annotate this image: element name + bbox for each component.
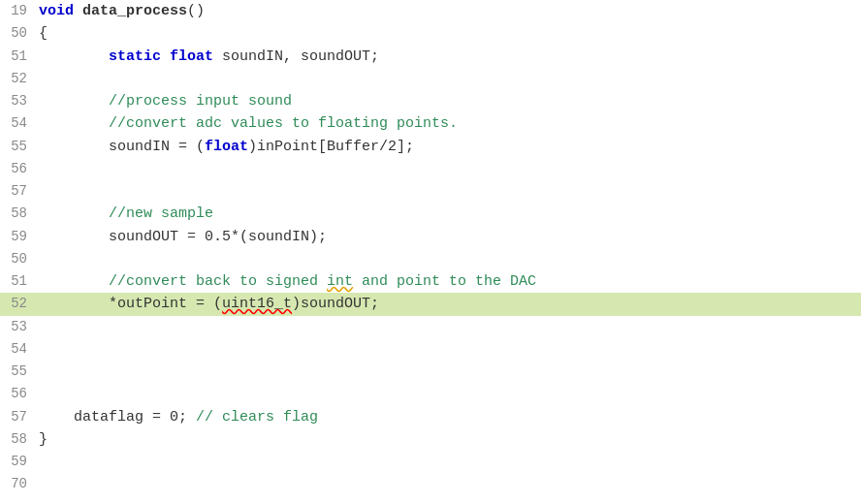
table-row: 58 //new sample — [0, 203, 861, 225]
code-token: uint16_t — [222, 296, 292, 312]
code-token: data_process — [82, 3, 187, 19]
table-row: 57 — [0, 180, 861, 203]
line-number: 55 — [0, 137, 35, 158]
code-token: )inPoint[Buffer/2]; — [248, 139, 414, 155]
line-number: 50 — [0, 23, 35, 45]
line-number: 56 — [0, 384, 35, 405]
table-row: 57 dataflag = 0; // clears flag — [0, 406, 861, 428]
code-token: //convert adc values to floating points. — [39, 115, 458, 132]
line-number: 19 — [0, 1, 35, 22]
table-row: 52 — [0, 68, 861, 90]
line-number: 52 — [0, 294, 35, 315]
table-row: 50 — [0, 248, 861, 270]
line-number: 59 — [0, 452, 35, 473]
table-row: 56 — [0, 158, 861, 180]
line-content: //convert adc values to floating points. — [35, 112, 861, 135]
line-content — [35, 361, 861, 383]
code-token: *outPoint = ( — [39, 296, 222, 312]
line-number: 57 — [0, 181, 35, 203]
code-token: )soundOUT; — [292, 296, 379, 312]
code-token: //process input sound — [39, 93, 292, 110]
line-content — [35, 338, 861, 361]
line-content — [35, 451, 861, 473]
line-number: 52 — [0, 69, 35, 90]
line-number: 53 — [0, 91, 35, 112]
table-row: 55 soundIN = (float)inPoint[Buffer/2]; — [0, 136, 861, 158]
line-content: void data_process() — [35, 0, 861, 22]
table-row: 54 — [0, 338, 861, 361]
code-editor: 19void data_process()50{51 static float … — [0, 0, 861, 504]
line-content — [35, 248, 861, 270]
table-row: 51 static float soundIN, soundOUT; — [0, 46, 861, 68]
line-content: dataflag = 0; // clears flag — [35, 406, 861, 428]
table-row: 58} — [0, 428, 861, 451]
code-token: int — [327, 273, 353, 290]
line-content: //process input sound — [35, 90, 861, 112]
code-token: } — [39, 431, 48, 448]
code-token: dataflag = 0; — [39, 409, 196, 425]
table-row: 52 *outPoint = (uint16_t)soundOUT; — [0, 293, 861, 315]
line-number: 55 — [0, 362, 35, 383]
line-content: soundOUT = 0.5*(soundIN); — [35, 226, 861, 248]
table-row: 55 — [0, 361, 861, 383]
code-token: // clears flag — [196, 409, 318, 425]
line-content — [35, 473, 861, 495]
line-content: //convert back to signed int and point t… — [35, 270, 861, 293]
line-number: 51 — [0, 271, 35, 293]
code-token: { — [39, 25, 48, 42]
table-row: 53 — [0, 316, 861, 338]
line-number: 58 — [0, 204, 35, 225]
code-token: soundOUT = 0.5*(soundIN); — [39, 229, 327, 245]
code-token: //new sample — [39, 205, 213, 222]
code-token: float — [170, 48, 222, 65]
line-content — [35, 180, 861, 203]
line-content: } — [35, 428, 861, 451]
line-number: 70 — [0, 474, 35, 495]
code-token: and point to the DAC — [353, 273, 536, 290]
line-content: { — [35, 22, 861, 45]
line-number: 56 — [0, 159, 35, 180]
table-row: 51 //convert back to signed int and poin… — [0, 270, 861, 293]
code-token: () — [187, 3, 205, 19]
line-number: 58 — [0, 429, 35, 451]
line-content — [35, 316, 861, 338]
line-content: *outPoint = (uint16_t)soundOUT; — [35, 293, 861, 315]
code-token: //convert back to signed — [39, 273, 327, 290]
code-token: void — [39, 3, 82, 19]
line-number: 53 — [0, 317, 35, 338]
line-number: 57 — [0, 407, 35, 428]
line-content: //new sample — [35, 203, 861, 225]
table-row: 59 soundOUT = 0.5*(soundIN); — [0, 226, 861, 248]
code-token: static — [39, 48, 170, 65]
table-row: 56 — [0, 383, 861, 405]
line-content: soundIN = (float)inPoint[Buffer/2]; — [35, 136, 861, 158]
line-number: 59 — [0, 227, 35, 248]
table-row: 50{ — [0, 22, 861, 45]
table-row: 59 — [0, 451, 861, 473]
code-token: float — [205, 139, 248, 155]
code-token: soundIN = ( — [39, 139, 205, 155]
table-row: 54 //convert adc values to floating poin… — [0, 112, 861, 135]
line-number: 50 — [0, 249, 35, 270]
table-row: 19void data_process() — [0, 0, 861, 22]
code-token: soundIN, soundOUT; — [222, 48, 379, 65]
line-content: static float soundIN, soundOUT; — [35, 46, 861, 68]
table-row: 70 — [0, 473, 861, 495]
line-number: 51 — [0, 47, 35, 68]
table-row: 53 //process input sound — [0, 90, 861, 112]
line-content — [35, 383, 861, 405]
line-content — [35, 158, 861, 180]
line-content — [35, 68, 861, 90]
line-number: 54 — [0, 113, 35, 135]
line-number: 54 — [0, 339, 35, 361]
